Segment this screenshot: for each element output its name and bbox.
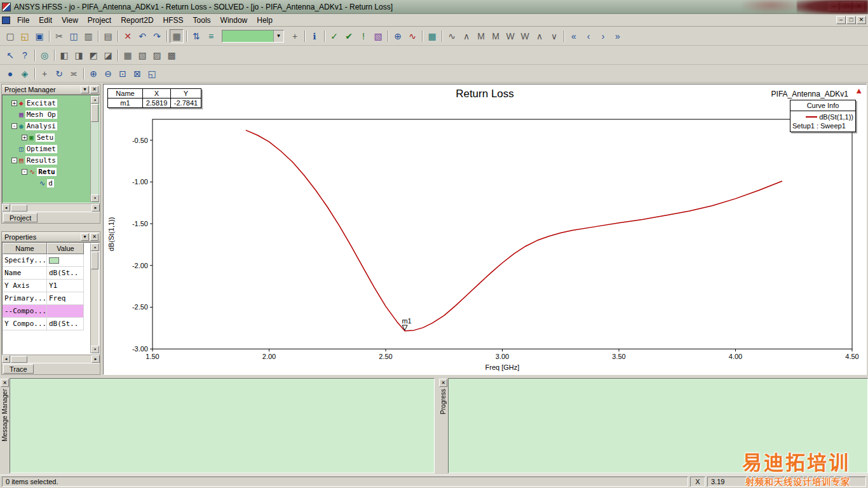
- scrollbar-thumb[interactable]: [11, 205, 27, 212]
- panel-menu-icon[interactable]: ▾: [81, 233, 89, 241]
- scroll-left-icon[interactable]: ◂: [2, 355, 10, 363]
- property-value-cell[interactable]: [47, 254, 84, 267]
- swap-axes-icon[interactable]: ⇅: [189, 29, 203, 43]
- close-icon[interactable]: ✕: [853, 2, 865, 11]
- scrollbar-thumb[interactable]: [91, 104, 98, 122]
- menu-item[interactable]: Report2D: [116, 15, 158, 26]
- surface-c-icon[interactable]: ▨: [150, 48, 164, 62]
- menu-item[interactable]: File: [13, 15, 34, 26]
- property-value-cell[interactable]: Freq: [47, 292, 84, 305]
- mdi-minimize-icon[interactable]: –: [836, 16, 846, 24]
- property-value-cell[interactable]: dB(St..: [47, 318, 84, 330]
- delete-icon[interactable]: ✕: [121, 29, 135, 43]
- surface-d-icon[interactable]: ▩: [165, 48, 179, 62]
- matrix-icon[interactable]: ▦: [425, 29, 439, 43]
- wave-w1-icon[interactable]: W: [503, 29, 517, 43]
- wave-down-icon[interactable]: ∨: [547, 29, 561, 43]
- combo-dropdown-icon[interactable]: ▼: [273, 30, 283, 42]
- scroll-left-icon[interactable]: ◂: [2, 204, 10, 212]
- fit-view-icon[interactable]: ⊠: [130, 67, 144, 81]
- bool-subtract-icon[interactable]: ◧: [57, 48, 71, 62]
- tree-vertical-scrollbar[interactable]: ▴ ▾: [90, 96, 98, 202]
- check-design-icon[interactable]: ✓: [327, 29, 341, 43]
- menu-item[interactable]: Help: [252, 15, 277, 26]
- expand-toggle-icon[interactable]: -: [11, 123, 17, 129]
- tree-item-analysis[interactable]: - ◉ Analysi: [11, 120, 90, 132]
- property-row[interactable]: Primary... Freq: [3, 292, 84, 305]
- tree-horizontal-scrollbar[interactable]: ◂ ▸: [2, 203, 100, 212]
- tree-item-optimetrics[interactable]: ◫ Optimet: [11, 143, 90, 154]
- surface-b-icon[interactable]: ▧: [135, 48, 149, 62]
- nav-prev-icon[interactable]: ‹: [581, 29, 595, 43]
- scrollbar-track[interactable]: [91, 123, 98, 194]
- properties-vertical-scrollbar[interactable]: ▴ ▾: [90, 243, 98, 353]
- mdi-restore-icon[interactable]: □: [846, 16, 856, 24]
- menu-item[interactable]: Tools: [189, 15, 215, 26]
- save-icon[interactable]: ▣: [32, 29, 46, 43]
- expand-toggle-icon[interactable]: -: [22, 169, 27, 175]
- zoom-window-icon[interactable]: ⊡: [116, 67, 130, 81]
- scrollbar-track[interactable]: [91, 270, 98, 346]
- orbit-icon[interactable]: ◎: [37, 48, 51, 62]
- info-icon[interactable]: ℹ: [308, 29, 322, 43]
- solve-setup-combo[interactable]: ▼: [222, 30, 284, 43]
- minimize-icon[interactable]: –: [828, 2, 839, 11]
- new-icon[interactable]: ▢: [3, 29, 17, 43]
- tree-item-mesh-operations[interactable]: ▦ Mesh Op: [11, 109, 90, 120]
- tree-item-trace[interactable]: ∿ d: [32, 177, 90, 189]
- fit-all-icon[interactable]: ◱: [145, 67, 159, 81]
- zoom-out-icon[interactable]: ⊖: [101, 67, 115, 81]
- report-chart[interactable]: 1.502.002.503.003.504.004.50-3.00-2.50-2…: [104, 85, 866, 374]
- expand-toggle-icon[interactable]: -: [11, 158, 17, 163]
- column-header-value[interactable]: Value: [47, 243, 84, 254]
- zoom-plot-icon[interactable]: ⊕: [391, 29, 405, 43]
- wave-lin-icon[interactable]: ∿: [445, 29, 459, 43]
- bool-split-icon[interactable]: ◪: [101, 48, 115, 62]
- analyze-icon[interactable]: !: [356, 29, 370, 43]
- add-marker-icon[interactable]: +: [288, 29, 302, 43]
- mdi-close-icon[interactable]: ✕: [857, 16, 866, 24]
- properties-titlebar[interactable]: Properties ▾ ✕: [2, 232, 100, 242]
- print-icon[interactable]: ▤: [101, 29, 115, 43]
- nav-next-icon[interactable]: ›: [596, 29, 610, 43]
- property-row[interactable]: Specify...: [3, 254, 84, 267]
- curve-icon[interactable]: ∿: [405, 29, 419, 43]
- data-list-icon[interactable]: ≡: [204, 29, 218, 43]
- tree-item-return-loss[interactable]: - ∿ Retu: [22, 166, 90, 177]
- property-value-cell[interactable]: [47, 305, 84, 318]
- context-help-icon[interactable]: ?: [18, 48, 32, 62]
- paste-icon[interactable]: ▥: [81, 29, 95, 43]
- tree-item-results[interactable]: - ▤ Results: [11, 154, 90, 166]
- undo-icon[interactable]: ↶: [135, 29, 149, 43]
- redo-icon[interactable]: ↷: [150, 29, 164, 43]
- panel-menu-icon[interactable]: ▾: [81, 86, 89, 93]
- menu-item[interactable]: Edit: [34, 15, 57, 26]
- menu-item[interactable]: View: [57, 15, 83, 26]
- expand-toggle-icon[interactable]: +: [22, 135, 27, 140]
- expand-toggle-icon[interactable]: +: [11, 100, 17, 106]
- select-pointer-icon[interactable]: ↖: [3, 48, 17, 62]
- panel-close-icon[interactable]: ✕: [90, 86, 98, 93]
- project-manager-titlebar[interactable]: Project Manager ▾ ✕: [2, 85, 100, 95]
- scroll-up-icon[interactable]: ▴: [91, 96, 99, 104]
- property-value-cell[interactable]: dB(St..: [47, 267, 84, 280]
- property-row[interactable]: Name dB(St..: [3, 267, 84, 280]
- message-manager-content[interactable]: [10, 378, 435, 473]
- scroll-down-icon[interactable]: ▾: [91, 194, 99, 202]
- scrollbar-thumb[interactable]: [11, 356, 27, 363]
- properties-horizontal-scrollbar[interactable]: ◂ ▸: [2, 355, 100, 363]
- wave-m2-icon[interactable]: M: [489, 29, 503, 43]
- wave-tri-icon[interactable]: ∧: [459, 29, 473, 43]
- solid-icon[interactable]: ◈: [18, 67, 32, 81]
- scroll-up-icon[interactable]: ▴: [91, 243, 99, 251]
- column-header-name[interactable]: Name: [3, 243, 47, 254]
- tab-trace[interactable]: Trace: [3, 364, 34, 374]
- menu-item[interactable]: Project: [83, 15, 116, 26]
- nav-last-icon[interactable]: »: [611, 29, 625, 43]
- open-icon[interactable]: ◱: [18, 29, 32, 43]
- property-row[interactable]: --Compo...: [3, 305, 84, 318]
- menu-item[interactable]: HFSS: [159, 15, 188, 26]
- menu-item[interactable]: Window: [216, 15, 252, 26]
- property-value-cell[interactable]: Y1: [47, 280, 84, 292]
- wave-m1-icon[interactable]: M: [474, 29, 488, 43]
